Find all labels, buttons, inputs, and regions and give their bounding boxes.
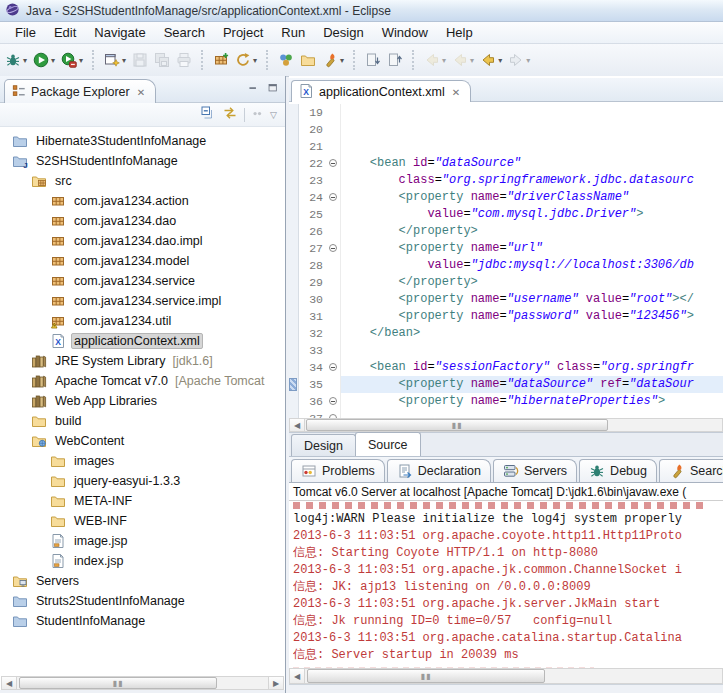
close-icon[interactable]: ✕ bbox=[452, 87, 460, 98]
menu-design[interactable]: Design bbox=[314, 23, 372, 42]
code-line-23[interactable]: 23 class="org.springframework.jdbc.datas… bbox=[289, 172, 723, 189]
menu-edit[interactable]: Edit bbox=[45, 23, 85, 42]
tree-item-web-inf[interactable]: WEB-INF bbox=[0, 511, 285, 531]
tab-applicationcontext-xml[interactable]: X applicationContext.xml ✕ bbox=[291, 80, 471, 103]
code-line-20[interactable]: 20 bbox=[289, 121, 723, 138]
next-annotation-button[interactable] bbox=[362, 47, 384, 73]
code-line-36[interactable]: 36 <property name="hibernateProperties"> bbox=[289, 393, 723, 410]
dropdown-arrow-icon[interactable]: ▾ bbox=[340, 56, 344, 65]
scrollbar-thumb[interactable]: ▮▮ bbox=[19, 677, 217, 689]
scrollbar-thumb[interactable]: ▮▮ bbox=[307, 669, 545, 682]
tree-item-com-java1234-model[interactable]: com.java1234.model bbox=[0, 251, 285, 271]
code-line-26[interactable]: 26 </property> bbox=[289, 223, 723, 240]
tree-item-index-jsp[interactable]: index.jsp bbox=[0, 551, 285, 571]
tree-item-src[interactable]: src bbox=[0, 171, 285, 191]
scroll-right-icon[interactable]: ▶ bbox=[268, 677, 283, 689]
open-type-button[interactable] bbox=[275, 47, 297, 73]
scroll-left-icon[interactable]: ◀ bbox=[290, 669, 305, 683]
console-hscrollbar[interactable]: ◀ ▮▮ bbox=[289, 668, 723, 684]
tree-item-com-java1234-action[interactable]: com.java1234.action bbox=[0, 191, 285, 211]
tree-item-jquery-easyui-1-3-3[interactable]: jquery-easyui-1.3.3 bbox=[0, 471, 285, 491]
code-line-27[interactable]: 27 <property name="url" bbox=[289, 240, 723, 257]
new-wizard-button[interactable]: ▾ bbox=[101, 47, 129, 73]
tab-declaration[interactable]: Declaration bbox=[387, 459, 491, 482]
code-line-21[interactable]: 21 bbox=[289, 138, 723, 155]
collapse-marker-icon[interactable] bbox=[329, 159, 337, 167]
code-line-28[interactable]: 28 value="jdbc:mysql://localhost:3306/db bbox=[289, 257, 723, 274]
tree-item-com-java1234-util[interactable]: com.java1234.util bbox=[0, 311, 285, 331]
scrollbar-thumb[interactable]: ▮▮ bbox=[306, 419, 608, 431]
collapse-marker-icon[interactable] bbox=[329, 363, 337, 371]
menu-help[interactable]: Help bbox=[437, 23, 482, 42]
collapse-marker-icon[interactable] bbox=[329, 244, 337, 252]
tab-servers[interactable]: Servers bbox=[493, 459, 577, 482]
link-editor-icon[interactable] bbox=[222, 105, 238, 125]
dropdown-arrow-icon[interactable]: ▾ bbox=[498, 56, 502, 65]
code-line-24[interactable]: 24 <property name="driverClassName" bbox=[289, 189, 723, 206]
code-line-25[interactable]: 25 value="com.mysql.jdbc.Driver"> bbox=[289, 206, 723, 223]
run-button[interactable]: ▾ bbox=[30, 47, 58, 73]
code-line-32[interactable]: 32 </bean> bbox=[289, 325, 723, 342]
menu-run[interactable]: Run bbox=[272, 23, 314, 42]
menu-navigate[interactable]: Navigate bbox=[85, 23, 154, 42]
tree-item-meta-inf[interactable]: META-INF bbox=[0, 491, 285, 511]
tree-item-web-app-libraries[interactable]: Web App Libraries bbox=[0, 391, 285, 411]
tree-item-jre-system-library[interactable]: JRE System Library[jdk1.6] bbox=[0, 351, 285, 371]
tree-item-com-java1234-service-impl[interactable]: com.java1234.service.impl bbox=[0, 291, 285, 311]
tab-package-explorer[interactable]: Package Explorer ✕ bbox=[4, 79, 156, 104]
collapse-all-icon[interactable] bbox=[200, 105, 216, 125]
editor-hscrollbar[interactable]: ◀ ▮▮ bbox=[289, 418, 723, 432]
tree-item-s2shstudentinfomanage[interactable]: JS2SHStudentInfoManage bbox=[0, 151, 285, 171]
run-external-tools-button[interactable]: ▾ bbox=[58, 47, 86, 73]
tab-problems[interactable]: Problems bbox=[291, 459, 385, 482]
code-line-19[interactable]: 19 bbox=[289, 104, 723, 121]
collapse-marker-icon[interactable] bbox=[329, 397, 337, 405]
code-line-37[interactable]: 37 bbox=[289, 410, 723, 418]
refresh-button[interactable]: ▾ bbox=[232, 47, 260, 73]
tree-item-struts2studentinfomanage[interactable]: Struts2StudentInfoManage bbox=[0, 591, 285, 611]
tree-item-hibernate3studentinfomanage[interactable]: Hibernate3StudentInfoManage bbox=[0, 131, 285, 151]
xml-source-editor[interactable]: 19202122 <bean id="dataSource"23 class="… bbox=[289, 102, 723, 418]
tree-item-com-java1234-service[interactable]: com.java1234.service bbox=[0, 271, 285, 291]
maximize-view-icon[interactable] bbox=[265, 81, 281, 95]
code-line-31[interactable]: 31 <property name="password" value="1234… bbox=[289, 308, 723, 325]
tree-item-build[interactable]: build bbox=[0, 411, 285, 431]
tree-item-webcontent[interactable]: WebContent bbox=[0, 431, 285, 451]
scroll-left-icon[interactable]: ◀ bbox=[2, 677, 17, 689]
dropdown-arrow-icon[interactable]: ▾ bbox=[79, 56, 83, 65]
scroll-left-icon[interactable]: ◀ bbox=[290, 419, 305, 431]
code-line-22[interactable]: 22 <bean id="dataSource" bbox=[289, 155, 723, 172]
view-tab-design[interactable]: Design bbox=[291, 434, 356, 456]
dropdown-arrow-icon[interactable]: ▾ bbox=[253, 56, 257, 65]
dropdown-arrow-icon[interactable]: ▾ bbox=[122, 56, 126, 65]
menu-project[interactable]: Project bbox=[214, 23, 272, 42]
view-tab-source[interactable]: Source bbox=[355, 432, 421, 456]
collapse-marker-icon[interactable] bbox=[329, 193, 337, 201]
tree-item-servers[interactable]: Servers bbox=[0, 571, 285, 591]
code-line-35[interactable]: 35 <property name="dataSource" ref="data… bbox=[289, 376, 723, 393]
back-button[interactable]: ▾ bbox=[477, 47, 505, 73]
tree-item-com-java1234-dao-impl[interactable]: com.java1234.dao.impl bbox=[0, 231, 285, 251]
tab-debug[interactable]: Debug bbox=[579, 459, 657, 482]
tree-item-applicationcontext-xml[interactable]: XapplicationContext.xml bbox=[0, 331, 285, 351]
code-line-33[interactable]: 33 bbox=[289, 342, 723, 359]
menu-search[interactable]: Search bbox=[155, 23, 214, 42]
menu-file[interactable]: File bbox=[6, 23, 45, 42]
tab-search[interactable]: Search bbox=[659, 459, 723, 482]
close-icon[interactable]: ✕ bbox=[137, 87, 145, 98]
debug-button[interactable]: ▾ bbox=[2, 47, 30, 73]
tree-item-com-java1234-dao[interactable]: com.java1234.dao bbox=[0, 211, 285, 231]
console-output[interactable]: log4j:WARN Please initialize the log4j s… bbox=[289, 501, 723, 668]
tree-item-apache-tomcat-v7-0[interactable]: Apache Tomcat v7.0[Apache Tomcat bbox=[0, 371, 285, 391]
search-button[interactable]: ▾ bbox=[319, 47, 347, 73]
code-line-34[interactable]: 34 <bean id="sessionFactory" class="org.… bbox=[289, 359, 723, 376]
menu-window[interactable]: Window bbox=[373, 23, 437, 42]
minimize-view-icon[interactable] bbox=[245, 81, 261, 95]
view-menu-dropdown-icon[interactable]: ▽ bbox=[270, 110, 277, 120]
new-java-ee-project-button[interactable] bbox=[210, 47, 232, 73]
package-explorer-hscrollbar[interactable]: ◀ ▮▮ ▶ bbox=[1, 676, 284, 690]
open-resource-button[interactable] bbox=[297, 47, 319, 73]
tree-item-image-jsp[interactable]: image.jsp bbox=[0, 531, 285, 551]
code-line-30[interactable]: 30 <property name="username" value="root… bbox=[289, 291, 723, 308]
dropdown-arrow-icon[interactable]: ▾ bbox=[23, 56, 27, 65]
